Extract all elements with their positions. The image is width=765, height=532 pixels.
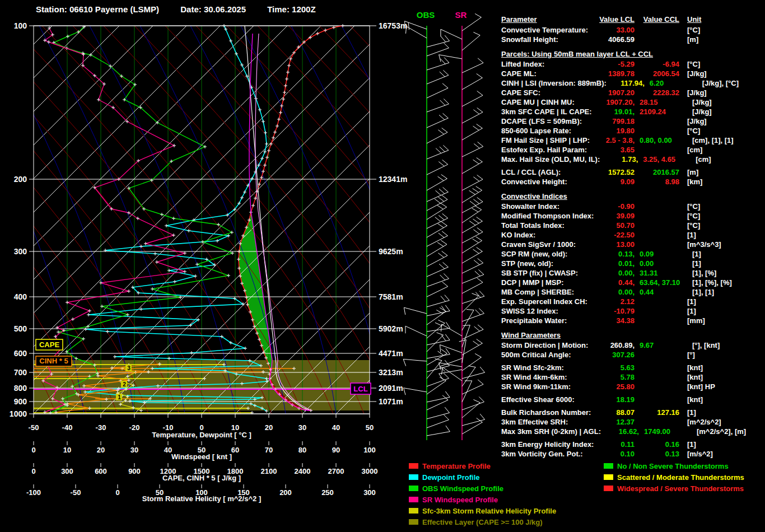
param-label: DCP | MMP | MSP: [501,278,596,287]
legend-swatch-icon [604,486,613,491]
svg-text:2: 2 [123,381,126,388]
col-unit: Unit [687,15,701,25]
param-label: Exp. Supercell Index CH: [501,297,596,306]
value-lcl: 1389.78 [596,69,635,78]
unit: [1] [692,259,701,268]
svg-text:2091m: 2091m [379,384,403,393]
value-lcl: 19.80 [596,126,635,136]
legend-item: Scattered / Moderate Thunderstorms [604,472,744,483]
value-lcl: 799.18 [596,116,635,126]
param-label: SR Wind 9km-11km: [501,382,596,391]
skewt-chart: 10016753m20012341m3009625m4007581m500590… [0,0,498,532]
legend-swatch-icon [409,508,418,514]
value-lcl: 4066.59 [596,35,635,44]
table-row: 3km Vorticity Gen. Pot.: 0.10 0.13 [m/s^… [501,449,762,459]
unit: [knt] HP [687,382,715,391]
param-label: Effective Shear 6000: [501,395,596,404]
legend-swatch-icon [409,497,418,502]
value-ccl: 6.20 [645,78,694,88]
unit: [°], [knt] [692,340,720,350]
value-ccl [635,350,679,360]
param-label: Craven SigSvr / 1000: [501,240,596,249]
legend-item: Widespread / Severe Thunderstorms [604,483,744,494]
value-ccl: 0.80, 0.00 [635,136,684,145]
value-lcl: 9.09 [596,177,635,186]
svg-text:2100: 2100 [261,467,277,475]
param-label: Showalter Index: [501,202,596,211]
value-lcl: 0.44, [596,278,635,287]
value-ccl: 9.67 [635,340,684,350]
param-label: SWISS 12 Index: [501,306,596,316]
unit: [°C] [687,126,700,136]
unit: [knt] [687,363,703,372]
value-ccl [635,211,679,221]
value-lcl: 1907.20, [596,97,635,107]
table-row: CAPE SFC: 1907.20 2228.32 [J/kg] [501,88,762,97]
legend-label: OBS Windspeed Profile [422,484,503,493]
unit: [1], [%] [692,268,716,278]
svg-text:200: 200 [14,175,27,184]
table-row: FM Hail Size | SHIP | LHP: 2.5 - 3.8, 0.… [501,136,762,145]
unit: [1] [692,249,701,259]
table-row: Effective Shear 6000: 18.19 [knt] [501,395,762,404]
value-ccl: 31.31 [635,268,684,278]
value-lcl: 0.00, [596,268,635,278]
value-lcl: -22.50 [596,230,635,240]
svg-text:7581m: 7581m [379,292,403,301]
param-label: CAPE ML: [501,69,596,78]
table-row: MB Comp | SHERBE: 0.00, 0.44 [1], [1] [501,287,762,297]
value-lcl: 1907.20 [596,88,635,97]
value-ccl [635,363,679,372]
param-label: SR Wind 4km-6km: [501,372,596,382]
value-lcl: -5.29 [596,59,635,69]
value-lcl: 39.09 [596,211,635,221]
param-label: KO Index: [501,230,596,240]
value-ccl: 3.25, 4.65 [638,155,688,164]
svg-text:10: 10 [63,446,71,454]
legend-item: SR Windspeed Profile [409,494,556,505]
svg-text:60: 60 [231,446,239,454]
unit: [knt] [687,395,703,404]
unit: [°C] [687,25,700,35]
unit: [mm] [687,316,705,325]
svg-text:300: 300 [363,488,376,497]
table-row: SR Wind 4km-6km: 5.78 [knt] [501,372,762,382]
svg-text:1071m: 1071m [379,397,403,406]
svg-text:2400: 2400 [295,467,311,475]
legend-label: Effective Layer (CAPE >= 100 J/kg) [422,518,543,526]
table-row: CAPE ML: 1389.78 2006.54 [J/kg] [501,69,762,78]
svg-text:20: 20 [265,423,273,432]
unit: [J/kg], [°C] [702,78,739,88]
value-ccl [635,221,679,230]
table-row: Estofex Exp. Hail Param: 3.65 [cm] [501,145,762,155]
value-lcl: 0.00, [596,287,635,297]
svg-text:900: 900 [128,467,141,475]
section-header: Wind Parameters [501,330,762,340]
legend-profiles: Temperature Profile Dewpoint Profile OBS… [409,460,556,528]
unit: [knt] [687,372,703,382]
table-row: Showalter Index: -0.90 [°C] [501,202,762,211]
value-ccl [635,306,679,316]
svg-text:5902m: 5902m [379,324,403,333]
param-label: 850-600 Lapse Rate: [501,126,596,136]
param-label: SB STP (fix) | CWASP: [501,268,596,278]
unit: [m] [687,35,698,44]
svg-text:300: 300 [14,247,27,256]
svg-text:4471m: 4471m [379,349,403,358]
unit: [m] [687,167,698,177]
svg-text:9625m: 9625m [379,247,403,256]
unit: [cm] [696,155,711,164]
param-label: DCAPE (LFS = 509mB): [501,116,596,126]
table-row: KO Index: -22.50 [1] [501,230,762,240]
value-lcl: 25.80 [596,382,635,391]
value-ccl [635,25,679,35]
table-row: 3km Effective SRH: 12.37 [m^2/s^2] [501,417,762,427]
legend-item: Sfc-3km Storm Relative Helicity Profile [409,505,556,516]
legend-label: Scattered / Moderate Thunderstorms [617,473,744,482]
svg-text:-40: -40 [62,423,73,432]
unit: [1] [687,297,696,306]
param-label: SCP RM (new, old): [501,249,596,259]
value-ccl [635,395,679,404]
value-lcl: 3.65 [596,145,635,155]
table-row: Lifted Index: -5.29 -6.94 [°C] [501,59,762,69]
